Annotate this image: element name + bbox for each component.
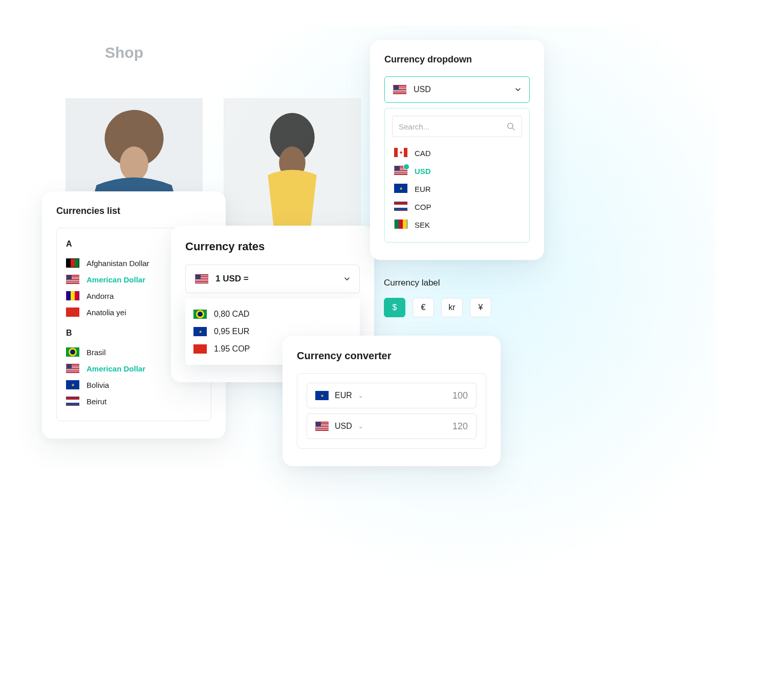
flag-icon [193,327,207,336]
converter-value[interactable]: 120 [369,421,468,432]
currency-name: Anatolia yei [86,308,126,317]
currency-list-item[interactable]: Beirut [66,393,202,409]
rate-value: 1.95 COP [214,344,250,354]
flag-icon [394,220,407,229]
rates-base-label: 1 USD = [215,274,337,284]
currency-label-row: $€kr¥ [384,298,491,317]
flag-icon [394,202,407,211]
currency-name: Afghanistan Dollar [86,259,149,268]
currency-dropdown-selected: USD [414,85,508,94]
product-image-placeholder [224,99,360,239]
currency-dropdown-title: Currency dropdown [384,54,530,65]
flag-icon [66,275,79,284]
chevron-down-icon [344,276,350,282]
rate-value: 0,80 CAD [214,310,249,319]
currency-label-button[interactable]: kr [441,298,463,317]
chevron-down-icon: ⌄ [358,392,363,399]
currency-name: Brasil [86,348,106,357]
dropdown-option-code: CAD [415,149,431,158]
currency-name: Andorra [86,292,114,300]
converter-box: EUR⌄100USD⌄120 [297,373,486,449]
svg-point-2 [120,146,148,181]
check-badge-icon [403,164,409,170]
flag-icon [315,422,329,431]
currency-search-box[interactable] [392,116,522,137]
currency-dropdown-panel: Currency dropdown USD CADUSDEURCOPSEK [370,40,544,260]
dropdown-option[interactable]: USD [392,162,522,180]
currency-name: American Dollar [86,275,145,284]
currency-converter-panel: Currency converter EUR⌄100USD⌄120 [283,336,501,466]
dropdown-option[interactable]: COP [392,198,522,216]
currency-label-button[interactable]: ¥ [470,298,491,317]
flag-icon [66,397,79,406]
flag-icon [66,380,79,389]
flag-icon [195,274,208,283]
shop-heading: Shop [105,44,143,61]
flag-icon [394,184,407,193]
flag-icon [66,364,79,373]
dropdown-option-code: COP [415,203,431,211]
currency-dropdown-menu: CADUSDEURCOPSEK [384,108,530,243]
flag-icon [193,310,207,319]
rate-row[interactable]: 0,80 CAD [193,305,352,323]
dropdown-option[interactable]: SEK [392,216,522,234]
converter-row[interactable]: USD⌄120 [307,413,477,439]
dropdown-option-code: EUR [415,185,431,193]
currency-label-title: Currency label [384,278,440,288]
currency-name: American Dollar [86,364,145,373]
currency-label-button[interactable]: € [413,298,434,317]
flag-icon [393,85,406,94]
flag-icon [394,148,407,157]
flag-icon [315,391,329,400]
svg-line-7 [512,128,514,130]
currency-name: Beirut [86,397,106,406]
currency-search-input[interactable] [399,122,501,131]
currencies-list-title: Currencies list [56,206,211,216]
dropdown-option-code: USD [415,167,431,176]
flag-icon [66,347,79,357]
flag-icon [66,308,79,317]
product-card [224,98,361,239]
flag-icon [66,258,79,268]
search-icon [506,122,515,131]
dropdown-option[interactable]: CAD [392,144,522,162]
currency-converter-title: Currency converter [297,350,486,362]
chevron-down-icon [515,86,521,93]
converter-currency-code: USD [335,422,352,431]
currency-label-button[interactable]: $ [384,298,405,317]
rates-base-selector[interactable]: 1 USD = [185,265,360,293]
flag-icon [193,344,207,354]
rate-value: 0,95 EUR [214,327,249,336]
flag-icon [66,291,79,300]
dropdown-option-code: SEK [415,221,430,229]
converter-row[interactable]: EUR⌄100 [307,383,477,408]
converter-currency-code: EUR [335,391,352,400]
chevron-down-icon: ⌄ [358,423,363,430]
currency-dropdown-select[interactable]: USD [384,76,530,103]
currency-rates-title: Currency rates [185,240,360,253]
converter-value[interactable]: 100 [369,390,468,401]
dropdown-option[interactable]: EUR [392,180,522,198]
currency-name: Bolivia [86,381,109,389]
